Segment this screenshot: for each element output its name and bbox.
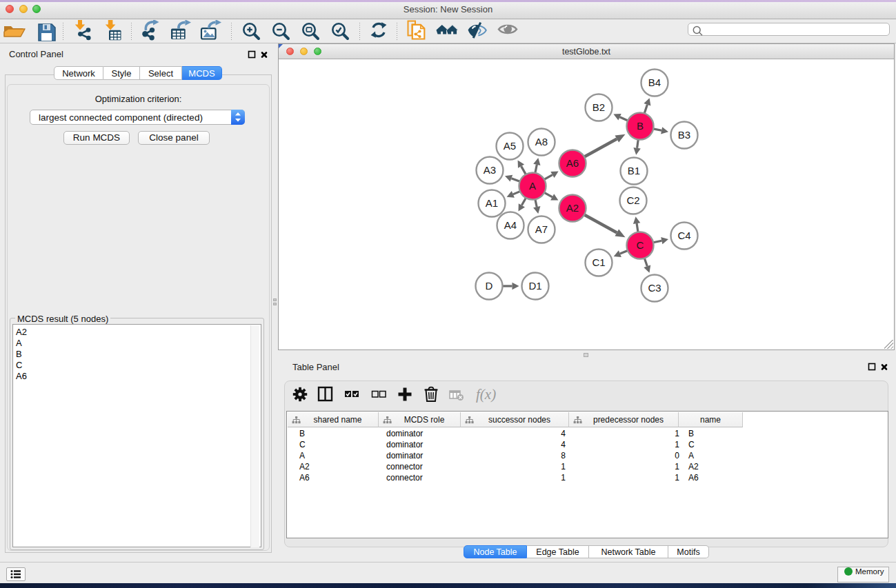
- svg-text:C3: C3: [648, 282, 661, 294]
- svg-text:B1: B1: [628, 165, 640, 176]
- svg-text:A4: A4: [504, 219, 517, 231]
- svg-text:A3: A3: [484, 164, 496, 176]
- svg-text:D1: D1: [528, 280, 541, 292]
- svg-text:A5: A5: [504, 140, 516, 152]
- svg-text:C1: C1: [592, 256, 605, 268]
- svg-text:A8: A8: [535, 136, 548, 148]
- svg-text:B2: B2: [593, 101, 605, 113]
- svg-text:f(x): f(x): [476, 386, 496, 403]
- svg-text:A6: A6: [566, 157, 579, 169]
- svg-text:D: D: [486, 280, 493, 292]
- svg-text:B3: B3: [678, 129, 690, 141]
- svg-text:C4: C4: [677, 230, 690, 241]
- svg-text:A2: A2: [566, 202, 579, 214]
- svg-text:B4: B4: [648, 77, 661, 88]
- svg-text:B: B: [637, 120, 644, 132]
- svg-text:C: C: [637, 239, 644, 251]
- svg-text:A7: A7: [535, 223, 548, 235]
- svg-text:A: A: [529, 180, 536, 192]
- svg-text:A1: A1: [486, 197, 498, 209]
- svg-text:C2: C2: [626, 194, 639, 206]
